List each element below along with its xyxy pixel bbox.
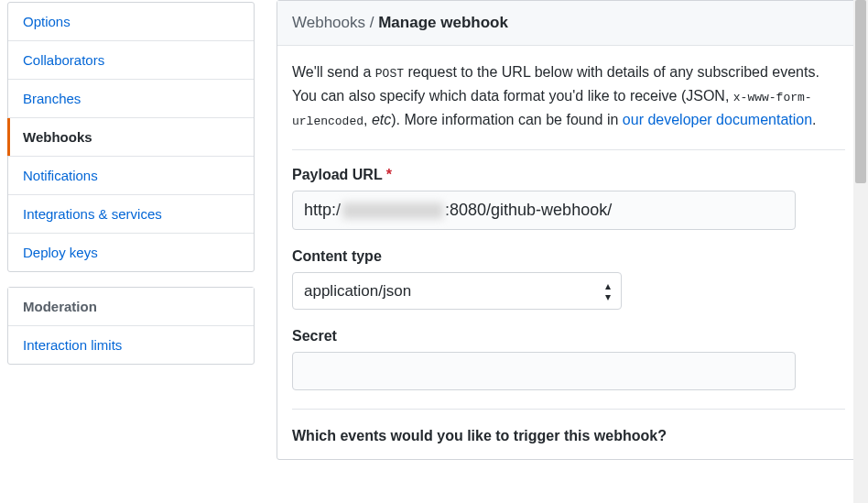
- events-question: Which events would you like to trigger t…: [292, 409, 845, 444]
- vertical-scrollbar[interactable]: [853, 0, 868, 503]
- breadcrumb-separator: /: [365, 14, 378, 31]
- secret-input[interactable]: [292, 352, 796, 390]
- main-content: Webhooks / Manage webhook We'll send a P…: [277, 0, 861, 460]
- webhook-panel: Webhooks / Manage webhook We'll send a P…: [277, 0, 861, 460]
- content-type-label: Content type: [292, 248, 845, 265]
- payload-url-label: Payload URL *: [292, 167, 845, 183]
- payload-url-prefix: http:/: [304, 201, 341, 220]
- sidebar-item-collaborators[interactable]: Collaborators: [8, 41, 254, 80]
- sidebar-item-options[interactable]: Options: [8, 3, 254, 41]
- payload-url-suffix: :8080/github-webhook/: [445, 201, 612, 220]
- breadcrumb-parent: Webhooks: [292, 14, 365, 31]
- intro-seg-3: ,: [363, 112, 372, 127]
- payload-url-label-text: Payload URL: [292, 167, 382, 182]
- secret-field: Secret: [292, 328, 845, 390]
- settings-sidebar: Options Collaborators Branches Webhooks …: [7, 0, 255, 460]
- breadcrumb-current: Manage webhook: [378, 14, 508, 31]
- sidebar-item-branches[interactable]: Branches: [8, 80, 254, 118]
- breadcrumb: Webhooks / Manage webhook: [277, 1, 860, 46]
- content-type-select[interactable]: application/json: [292, 272, 622, 310]
- documentation-link[interactable]: our developer documentation: [623, 112, 812, 127]
- payload-url-redacted: [342, 202, 443, 219]
- moderation-header: Moderation: [8, 288, 254, 326]
- sidebar-item-webhooks[interactable]: Webhooks: [8, 118, 254, 157]
- secret-label: Secret: [292, 328, 845, 344]
- sidebar-item-notifications[interactable]: Notifications: [8, 157, 254, 195]
- payload-url-input[interactable]: http:/ :8080/github-webhook/: [292, 191, 796, 230]
- payload-url-field: Payload URL * http:/ :8080/github-webhoo…: [292, 167, 845, 230]
- sidebar-item-interaction-limits[interactable]: Interaction limits: [8, 326, 254, 364]
- sidebar-item-deploy-keys[interactable]: Deploy keys: [8, 234, 254, 271]
- settings-main-menu: Options Collaborators Branches Webhooks …: [7, 2, 255, 272]
- sidebar-item-integrations-services[interactable]: Integrations & services: [8, 195, 254, 234]
- intro-text: We'll send a POST request to the URL bel…: [292, 60, 845, 131]
- scrollbar-thumb[interactable]: [855, 0, 866, 183]
- settings-moderation-menu: Moderation Interaction limits: [7, 287, 255, 365]
- required-marker: *: [386, 167, 392, 182]
- intro-post-code: POST: [375, 67, 404, 81]
- intro-period: .: [812, 112, 816, 127]
- intro-seg-1: We'll send a: [292, 64, 375, 80]
- content-type-field: Content type application/json ▴▾: [292, 248, 845, 310]
- intro-seg-4: ). More information can be found in: [391, 112, 623, 127]
- intro-etc: etc: [372, 112, 391, 127]
